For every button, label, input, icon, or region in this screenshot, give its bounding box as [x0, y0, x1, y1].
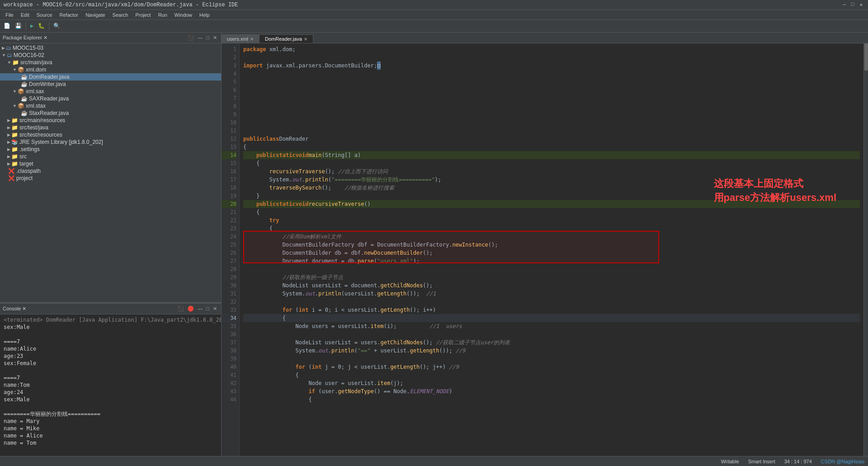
menu-help[interactable]: Help — [196, 11, 213, 19]
arrow-target: ▶ — [7, 162, 10, 166]
console-close[interactable]: ✕ — [212, 305, 218, 312]
console-header: Console ✕ ⬛ 🛑 — □ ✕ — [0, 304, 221, 314]
tab-users-xml-close[interactable]: ✕ — [250, 37, 254, 42]
panel-minimize[interactable]: — — [196, 34, 204, 41]
tree-item-target[interactable]: ▶ 📁 target — [0, 160, 221, 167]
menu-run[interactable]: Run — [155, 11, 171, 19]
ln-8: 8 — [222, 102, 236, 110]
folder-icon-src-test-res: 📁 — [11, 132, 18, 138]
arrow-src-main: ▼ — [7, 60, 11, 65]
code-line-16: recursiveTraverse(); //自上而下进行访问 — [243, 167, 860, 176]
menu-search[interactable]: Search — [109, 11, 132, 19]
console-line-8: age:24 — [4, 389, 217, 396]
panel-close[interactable]: ✕ — [212, 34, 218, 41]
tree-item-settings[interactable]: ▶ 📁 .settings — [0, 146, 221, 153]
tree-item-staxreader[interactable]: ☕ StaxReader.java — [0, 109, 221, 117]
menu-project[interactable]: Project — [132, 11, 154, 19]
tree-item-project[interactable]: ❌ project — [0, 175, 221, 182]
cn-annotation-line2: 用parse方法解析users.xml — [714, 191, 836, 205]
tree-item-xml-stax[interactable]: ▼ 📦 xml.stax — [0, 102, 221, 109]
console-collapse[interactable]: — — [196, 305, 204, 312]
ln-21: 21 — [222, 208, 236, 216]
project-file-icon: ❌ — [8, 175, 15, 181]
tree-item-jre[interactable]: ▶ 📚 JRE System Library [jdk1.8.0_202] — [0, 138, 221, 146]
code-line-5 — [243, 78, 860, 86]
code-line-11 — [243, 127, 860, 135]
ln-31: 31 — [222, 290, 236, 298]
ln-33: 33 — [222, 306, 236, 314]
project-icon-mooc15: 🗂 — [6, 45, 11, 51]
scrollbar-thumb[interactable] — [864, 43, 868, 71]
code-line-8 — [243, 102, 860, 110]
tree-item-src-test[interactable]: ▶ 📁 src/test/java — [0, 124, 221, 131]
code-line-34: { — [243, 314, 860, 322]
console-line-1: sex:Male — [4, 323, 217, 331]
label-settings: .settings — [19, 146, 40, 152]
tree-item-mooc16[interactable]: ▼ 🗂 MOOC16-02 — [0, 52, 221, 59]
tree-item-mooc15[interactable]: ▶ 🗂 MOOC15-03 — [0, 44, 221, 52]
tb-run[interactable]: ▶ — [28, 22, 35, 30]
close-button[interactable]: ✕ — [858, 2, 864, 8]
tree-item-src-main[interactable]: ▼ 📁 src/main/java — [0, 59, 221, 66]
editor-tabs: users.xml ✕ DomReader.java ✕ — [222, 33, 868, 43]
console-terminate[interactable]: 🛑 — [186, 305, 195, 312]
menu-window[interactable]: Window — [171, 11, 196, 19]
maximize-button[interactable]: □ — [849, 2, 856, 8]
label-src-test: src/test/java — [19, 124, 48, 131]
tree-item-src-resources[interactable]: ▶ 📁 src/main/resources — [0, 117, 221, 124]
tab-domreader-close[interactable]: ✕ — [304, 37, 307, 42]
arrow-mooc15: ▶ — [2, 46, 5, 50]
scrollbar-right[interactable] — [863, 43, 868, 456]
ln-43: 43 — [222, 387, 236, 395]
tree-item-domwriter[interactable]: ☕ DomWriter.java — [0, 81, 221, 88]
panel-toolbar: ⬛ — □ ✕ — [186, 34, 218, 41]
tb-save[interactable]: 💾 — [13, 22, 24, 30]
folder-icon-src-main: 📁 — [12, 59, 19, 66]
java-icon-staxreader: ☕ — [21, 110, 28, 116]
folder-icon-src-test: 📁 — [11, 124, 18, 131]
console-line-blank2 — [4, 367, 217, 374]
ln-25: 25 — [222, 241, 236, 249]
ln-4: 4 — [222, 70, 236, 78]
console-maximize[interactable]: □ — [205, 305, 211, 312]
tb-new[interactable]: 📄 — [2, 22, 12, 30]
tree-item-saxreader[interactable]: ☕ SAXReader.java — [0, 95, 221, 102]
tree-item-src[interactable]: ▶ 📁 src — [0, 153, 221, 160]
label-mooc15: MOOC15-03 — [13, 45, 43, 51]
tree-item-xml-sax[interactable]: ▼ 📦 xml.sax — [0, 88, 221, 95]
panel-collapse[interactable]: ⬛ — [186, 34, 195, 41]
code-line-9 — [243, 110, 860, 119]
code-line-24: //采用Dom解析xml文件 — [243, 233, 860, 241]
tab-users-xml[interactable]: users.xml ✕ — [222, 34, 259, 43]
code-area[interactable]: package xml.dom; import javax.xml.parser… — [240, 43, 863, 456]
content-area: Package Explorer ✕ ⬛ — □ ✕ ▶ 🗂 MOOC15-03 — [0, 33, 868, 456]
menu-edit[interactable]: Edit — [17, 11, 33, 19]
tree-item-domreader[interactable]: ☕ DomReader.java — [0, 73, 221, 81]
ln-9: 9 — [222, 110, 236, 119]
tab-domreader[interactable]: DomReader.java ✕ — [259, 34, 313, 43]
ln-39: 39 — [222, 355, 236, 363]
menu-source[interactable]: Source — [33, 11, 56, 19]
folder-icon-xml-dom: 📦 — [18, 67, 24, 73]
tb-search[interactable]: 🔍 — [52, 22, 62, 30]
java-icon-saxreader: ☕ — [21, 95, 28, 102]
code-line-28 — [243, 265, 860, 273]
arrow-xml-sax: ▼ — [13, 89, 17, 94]
minimize-button[interactable]: — — [841, 2, 848, 8]
tree-item-classpath[interactable]: ❌ .classpath — [0, 167, 221, 175]
menu-refactor[interactable]: Refactor — [56, 11, 82, 19]
panel-maximize[interactable]: □ — [205, 34, 211, 41]
project-icon-mooc16: 🗂 — [7, 52, 12, 58]
tb-debug[interactable]: 🐛 — [36, 22, 47, 30]
tree-item-src-test-res[interactable]: ▶ 📁 src/test/resources — [0, 131, 221, 138]
console-clear[interactable]: ⬛ — [176, 305, 185, 312]
package-explorer-content: ▶ 🗂 MOOC15-03 ▼ 🗂 MOOC16-02 ▼ 📁 src/main… — [0, 43, 221, 302]
console-line-10: ========华丽丽的分割线========== — [4, 410, 217, 418]
arrow-jre: ▶ — [7, 140, 10, 144]
tree-item-xml-dom[interactable]: ▼ 📦 xml.dom — [0, 66, 221, 73]
label-domreader: DomReader.java — [29, 74, 69, 80]
ln-32: 32 — [222, 298, 236, 306]
console-line-4: age:23 — [4, 352, 217, 360]
menu-navigate[interactable]: Navigate — [82, 11, 108, 19]
menu-file[interactable]: File — [2, 11, 17, 19]
